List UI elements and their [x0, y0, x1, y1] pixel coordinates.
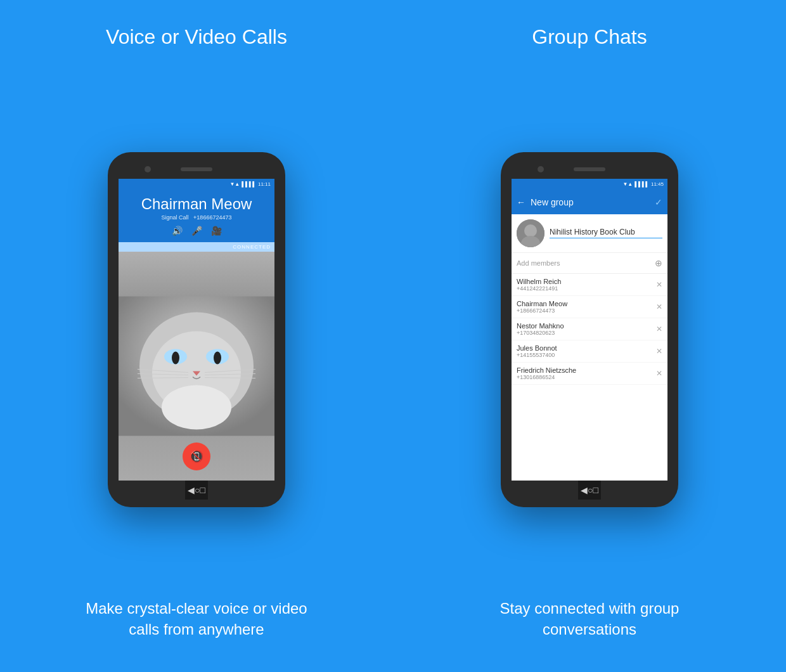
- member-phone-0: +441242221491: [517, 285, 656, 292]
- left-phone-camera: [145, 166, 151, 172]
- cat-image: 📵: [119, 252, 274, 481]
- member-name-1: Chairman Meow: [517, 300, 656, 307]
- right-status-icons: ▼▲ ▌▌▌▌ 11:45: [622, 181, 664, 187]
- page: Voice or Video Calls Group Chats ▼▲ ▌▌▌▌…: [0, 0, 786, 672]
- svg-point-16: [524, 224, 537, 237]
- member-row-4: Friedrich Nietzsche +13016886524 ✕: [512, 363, 667, 385]
- members-list: Wilhelm Reich +441242221491 ✕ Chairman M…: [512, 274, 667, 385]
- time-display: 11:11: [258, 181, 271, 187]
- home-nav-btn[interactable]: ○: [195, 485, 200, 495]
- right-phone-nav: ◀ ○ □: [578, 481, 601, 500]
- left-phone-screen: ▼▲ ▌▌▌▌ 11:11 Chairman Meow Signal Call …: [119, 179, 274, 481]
- right-home-nav-btn[interactable]: ○: [588, 485, 593, 495]
- add-members-placeholder[interactable]: Add members: [517, 259, 655, 267]
- right-status-bar: ▼▲ ▌▌▌▌ 11:45: [512, 179, 667, 190]
- member-name-4: Friedrich Nietzsche: [517, 366, 656, 374]
- call-icons-row: 🔊 🎤 🎥: [125, 226, 268, 236]
- back-nav-btn[interactable]: ◀: [188, 485, 195, 495]
- phones-row: ▼▲ ▌▌▌▌ 11:11 Chairman Meow Signal Call …: [0, 61, 786, 598]
- right-recent-nav-btn[interactable]: □: [593, 485, 598, 495]
- right-signal-icon: ▌▌▌▌: [635, 181, 649, 187]
- right-phone-camera: [538, 166, 544, 172]
- back-arrow-icon[interactable]: ←: [517, 197, 525, 207]
- member-info-4: Friedrich Nietzsche +13016886524: [517, 366, 656, 380]
- right-wifi-icon: ▼▲: [622, 181, 633, 187]
- recent-nav-btn[interactable]: □: [200, 485, 205, 495]
- right-section-title: Group Chats: [431, 25, 748, 49]
- left-phone-nav: ◀ ○ □: [185, 481, 208, 500]
- svg-point-6: [214, 351, 221, 364]
- member-row-1: Chairman Meow +18666724473 ✕: [512, 296, 667, 318]
- group-screen-title: New group: [531, 197, 655, 207]
- right-back-nav-btn[interactable]: ◀: [581, 485, 588, 495]
- bottom-descriptions-row: Make crystal-clear voice or video calls …: [0, 598, 786, 672]
- group-name-field[interactable]: Nihilist History Book Club: [550, 228, 662, 238]
- member-phone-2: +17034820623: [517, 330, 656, 336]
- member-name-0: Wilhelm Reich: [517, 278, 656, 285]
- confirm-check-icon[interactable]: ✓: [655, 197, 662, 207]
- right-phone-speaker: [574, 167, 605, 171]
- add-member-icon[interactable]: ⊕: [655, 258, 662, 268]
- left-status-icons: ▼▲ ▌▌▌▌ 11:11: [229, 181, 271, 187]
- member-info-3: Jules Bonnot +14155537400: [517, 344, 656, 358]
- member-name-2: Nestor Mahkno: [517, 322, 656, 330]
- left-section-title: Voice or Video Calls: [38, 25, 355, 49]
- left-phone-speaker: [181, 167, 212, 171]
- remove-member-btn-2[interactable]: ✕: [656, 325, 662, 333]
- svg-point-5: [172, 351, 179, 364]
- group-app-bar: ← New group ✓: [512, 190, 667, 214]
- signal-icon: ▌▌▌▌: [242, 181, 256, 187]
- remove-member-btn-1[interactable]: ✕: [656, 302, 662, 311]
- mute-icon[interactable]: 🎤: [191, 226, 202, 236]
- group-avatar: [517, 219, 544, 247]
- add-members-row: Add members ⊕: [512, 253, 667, 274]
- left-status-bar: ▼▲ ▌▌▌▌ 11:11: [119, 179, 274, 190]
- top-titles-row: Voice or Video Calls Group Chats: [0, 0, 786, 49]
- left-phone-top-bar: [113, 160, 280, 179]
- speaker-icon[interactable]: 🔊: [172, 226, 183, 236]
- svg-point-14: [162, 385, 231, 429]
- member-phone-4: +13016886524: [517, 374, 656, 380]
- remove-member-btn-4[interactable]: ✕: [656, 369, 662, 378]
- right-phone-screen: ▼▲ ▌▌▌▌ 11:45 ← New group ✓: [512, 179, 667, 481]
- call-subtitle: Signal Call +18666724473: [125, 214, 268, 221]
- member-info-2: Nestor Mahkno +17034820623: [517, 322, 656, 336]
- member-info-0: Wilhelm Reich +441242221491: [517, 278, 656, 292]
- remove-member-btn-3[interactable]: ✕: [656, 347, 662, 356]
- wifi-icon: ▼▲: [229, 181, 240, 187]
- member-name-3: Jules Bonnot: [517, 344, 656, 352]
- member-row-2: Nestor Mahkno +17034820623 ✕: [512, 318, 667, 340]
- group-avatar-img: [517, 219, 544, 247]
- remove-member-btn-0[interactable]: ✕: [656, 280, 662, 289]
- right-phone-top-bar: [506, 160, 673, 179]
- member-info-1: Chairman Meow +18666724473: [517, 300, 656, 314]
- group-name-row: Nihilist History Book Club: [512, 214, 667, 253]
- video-icon[interactable]: 🎥: [211, 226, 222, 236]
- call-header: Chairman Meow Signal Call +18666724473 🔊…: [119, 190, 274, 242]
- left-phone: ▼▲ ▌▌▌▌ 11:11 Chairman Meow Signal Call …: [108, 152, 285, 507]
- right-section-desc: Stay connected with group conversations: [463, 598, 716, 640]
- member-row-3: Jules Bonnot +14155537400 ✕: [512, 340, 667, 363]
- caller-name: Chairman Meow: [125, 195, 268, 213]
- left-section-desc: Make crystal-clear voice or video calls …: [70, 598, 323, 640]
- connected-bar: CONNECTED: [119, 242, 274, 252]
- right-time-display: 11:45: [651, 181, 664, 187]
- right-phone: ▼▲ ▌▌▌▌ 11:45 ← New group ✓: [501, 152, 678, 507]
- phone-hang-up-icon: 📵: [190, 449, 203, 463]
- member-phone-1: +18666724473: [517, 307, 656, 314]
- member-row-0: Wilhelm Reich +441242221491 ✕: [512, 274, 667, 296]
- member-phone-3: +14155537400: [517, 352, 656, 358]
- end-call-button[interactable]: 📵: [183, 443, 210, 470]
